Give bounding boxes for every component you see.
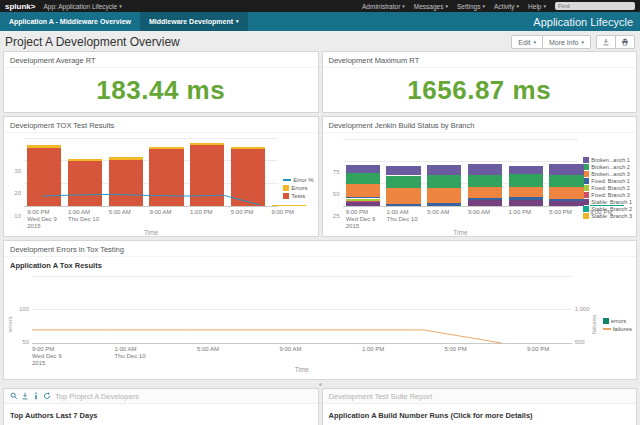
legend-item[interactable]: Errors (283, 185, 313, 191)
legend-swatch (583, 185, 589, 191)
bar-segment[interactable] (468, 200, 502, 206)
bar-segment[interactable] (549, 199, 583, 201)
print-button[interactable] (616, 35, 635, 49)
bar-segment[interactable] (468, 198, 502, 200)
magnifier-icon[interactable] (10, 392, 18, 400)
bar-segment[interactable] (346, 165, 380, 173)
bar-segment[interactable] (509, 187, 543, 198)
plot-area[interactable] (343, 137, 579, 207)
bar-segment[interactable] (386, 204, 420, 206)
legend-item[interactable]: Error % (283, 177, 313, 183)
more-info-button[interactable]: More Info▾ (543, 35, 591, 49)
bar-segment[interactable] (386, 176, 420, 188)
legend-item[interactable]: Broken...anch 2 (583, 164, 632, 170)
line-layer (24, 137, 278, 206)
legend-item[interactable]: failures (603, 326, 632, 332)
legend-label: Tests (291, 193, 305, 199)
x-tick-label: 5:00 PM (231, 209, 253, 216)
jenkin-chart: 255075 9:00 PMWed Dec 920151:00 AMThu De… (323, 133, 637, 237)
legend-item[interactable]: Broken...anch 1 (583, 157, 632, 163)
legend-label: Broken...anch 3 (591, 171, 630, 177)
export-button[interactable] (596, 35, 616, 49)
plot-area[interactable] (32, 274, 572, 344)
legend-item[interactable]: Broken...anch 3 (583, 171, 632, 177)
nav-middleware-overview[interactable]: Application A - Middleware Overview (0, 12, 140, 31)
x-tick-label: 5:00 AM (197, 346, 219, 353)
printer-icon (621, 38, 629, 46)
bar-segment[interactable] (386, 188, 420, 204)
administrator-menu[interactable]: Administrator▾ (362, 3, 405, 10)
bar-segment[interactable] (468, 175, 502, 187)
bar-segment[interactable] (509, 200, 543, 206)
legend-item[interactable]: Fixed: Branch 3 (583, 192, 632, 198)
line-series[interactable] (32, 330, 501, 343)
messages-menu[interactable]: Messages▾ (414, 3, 448, 10)
bar-segment[interactable] (346, 197, 380, 199)
bar-segment[interactable] (468, 187, 502, 198)
splunk-logo[interactable]: splunk> (5, 2, 35, 11)
bar-segment[interactable] (427, 203, 461, 206)
activity-menu[interactable]: Activity▾ (494, 3, 519, 10)
legend-swatch (283, 179, 291, 181)
bar-segment[interactable] (509, 174, 543, 186)
y-tick-label: 50 (333, 191, 340, 197)
legend-item[interactable]: Tests (283, 193, 313, 199)
x-tick-label: 9:00 PMWed Dec 92015 (346, 209, 376, 230)
bar-segment[interactable] (386, 166, 420, 176)
legend-item[interactable]: Stable: Branch 1 (583, 199, 632, 205)
bar-segment[interactable] (509, 166, 543, 174)
bar-segment[interactable] (509, 197, 543, 200)
bar-segment[interactable] (549, 201, 583, 206)
bar-segment[interactable] (427, 175, 461, 188)
panel-test-suite-report: Development Test Suite Report Applicatio… (322, 388, 638, 425)
export-icon[interactable] (21, 392, 29, 400)
legend-item[interactable]: Fixed: Branch 2 (583, 185, 632, 191)
bar-segment[interactable] (346, 173, 380, 184)
bar-segment[interactable] (346, 184, 380, 196)
settings-label: Settings (457, 3, 481, 10)
tox-chart: 102030 9:00 PMWed Dec 920151:00 AMThu De… (4, 133, 318, 237)
x-axis-labels: 9:00 PMWed Dec 920151:00 AMThu Dec 105:0… (343, 207, 579, 229)
panel-title: Development TOX Test Results (4, 117, 318, 133)
info-icon[interactable] (32, 392, 40, 400)
bar-segment[interactable] (427, 165, 461, 175)
settings-menu[interactable]: Settings▾ (457, 3, 485, 10)
help-menu[interactable]: Help▾ (528, 3, 546, 10)
y-tick-label: 25 (333, 213, 340, 219)
chart-title: Top Authors Last 7 Days (4, 404, 318, 425)
bar-segment[interactable] (346, 199, 380, 202)
bar-segment[interactable] (346, 202, 380, 206)
chart-legend: Broken...anch 1Broken...anch 2Broken...a… (578, 137, 632, 237)
legend-item[interactable]: errors (603, 318, 632, 324)
line-series[interactable] (42, 194, 260, 205)
chart-legend: Error %ErrorsTests (278, 137, 313, 237)
refresh-icon[interactable] (43, 392, 51, 400)
bar-segment[interactable] (468, 164, 502, 175)
x-tick-label: 5:00 PM (549, 209, 571, 216)
legend-label: Stable: Branch 1 (591, 199, 632, 205)
nav-middleware-development[interactable]: Middleware Development▾ (140, 12, 248, 31)
bar-segment[interactable] (590, 205, 624, 206)
panel-resize-handle[interactable] (319, 383, 322, 386)
legend-item[interactable]: Fixed: Branch 1 (583, 178, 632, 184)
bar-segment[interactable] (549, 164, 583, 175)
panel-development-maximum-rt: Development Maximum RT 1656.87 ms (322, 51, 638, 113)
y-tick-label: 100 (19, 306, 29, 312)
y-tick-label: 10 (14, 213, 21, 219)
app-menu[interactable]: App: Application Lifecycle ▾ (43, 3, 121, 10)
bar-segment[interactable] (427, 188, 461, 203)
dashboard-content: Project A Development Overview Edit▾ Mor… (0, 31, 640, 425)
plot-area[interactable] (24, 137, 278, 207)
max-rt-value: 1656.87 ms (323, 68, 637, 112)
chevron-down-icon: ▾ (445, 4, 448, 9)
bar-segment[interactable] (549, 175, 583, 187)
y-axis-label-left: errors (6, 274, 14, 375)
edit-button[interactable]: Edit▾ (511, 35, 543, 49)
find-search-input[interactable] (555, 2, 635, 10)
chevron-down-icon: ▾ (236, 19, 239, 24)
bar-segment[interactable] (549, 187, 583, 199)
x-tick-label: 1:00 AMThu Dec 10 (115, 346, 146, 360)
administrator-label: Administrator (362, 3, 400, 10)
legend-swatch (583, 213, 589, 219)
bar-segment[interactable] (346, 201, 380, 202)
